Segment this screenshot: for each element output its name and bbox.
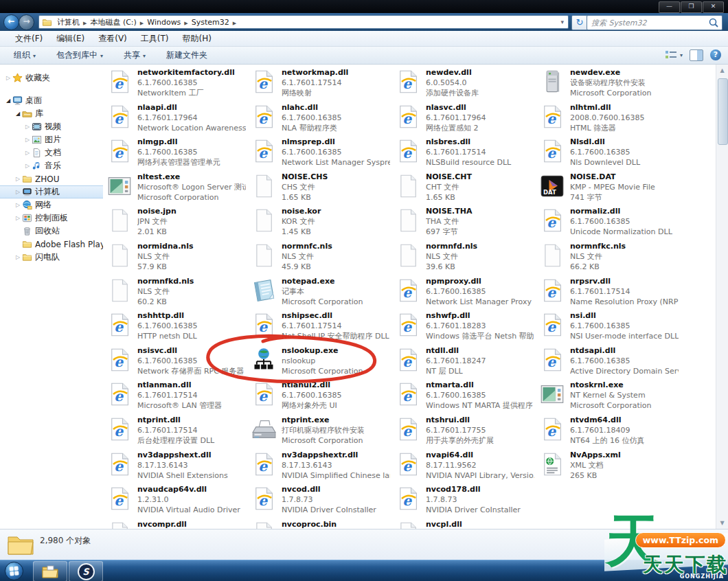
- file-tile-nvcpl.dll[interactable]: nvcpl.dll: [393, 519, 534, 529]
- file-tile-noise.jpn[interactable]: noise.jpnJPN 文件2.01 KB: [104, 206, 246, 239]
- start-orb-icon[interactable]: [5, 562, 23, 580]
- expand-arrow-icon[interactable]: ▷: [23, 163, 32, 169]
- file-tile-notepad.exe[interactable]: notepad.exe记事本Microsoft Corporation: [249, 276, 390, 309]
- breadcrumb-separator-icon[interactable]: ▶: [231, 21, 238, 26]
- file-tile-ntoskrnl.exe[interactable]: ntoskrnl.exeNT Kernel & SystemMicrosoft …: [537, 380, 679, 413]
- file-tile-nvaudcap64v.dll[interactable]: envaudcap64v.dll1.2.31.0NVIDIA Virtual A…: [104, 484, 246, 517]
- file-tile-NOISE.CHS[interactable]: NOISE.CHSCHS 文件1.65 KB: [249, 172, 390, 205]
- include-in-library-button[interactable]: 包含到库中▾: [51, 48, 109, 62]
- expand-arrow-icon[interactable]: ▷: [4, 75, 12, 81]
- organize-button[interactable]: 组织▾: [8, 48, 41, 62]
- file-tile-ntprint.exe[interactable]: ntprint.exe打印机驱动程序软件安装Microsoft Corporat…: [249, 415, 390, 448]
- file-tile-ntdsapi.dll[interactable]: entdsapi.dll6.1.7600.16385Active Directo…: [537, 345, 679, 378]
- file-tile-normnfc.nls[interactable]: normnfc.nlsNLS 文件45.9 KB: [249, 241, 390, 274]
- file-tile-nshipsec.dll[interactable]: enshipsec.dll6.1.7601.17514Net Shell IP …: [249, 310, 390, 343]
- menu-item[interactable]: 帮助(H): [177, 32, 217, 46]
- file-tile-nlmgp.dll[interactable]: enlmgp.dll6.1.7600.16385网络列表管理器管理单元: [104, 137, 246, 170]
- file-tile-nvcod178.dll[interactable]: envcod178.dll1.7.8.73NVIDIA Driver CoIns…: [393, 484, 534, 517]
- expand-arrow-icon[interactable]: ▷: [23, 137, 32, 143]
- help-button[interactable]: ?: [710, 49, 721, 60]
- file-tile-NOISE.DAT[interactable]: DATNOISE.DATKMP - MPEG Movie File741 字节: [537, 172, 679, 205]
- file-tile-normnfkc.nls[interactable]: normnfkc.nlsNLS 文件66.2 KB: [537, 241, 679, 274]
- back-button[interactable]: ←: [3, 14, 19, 30]
- sidebar-item-闪电队[interactable]: ▷闪电队: [0, 251, 103, 264]
- file-tile-ntmarta.dll[interactable]: entmarta.dll6.1.7600.16385Windows NT MAR…: [393, 380, 534, 413]
- sidebar-item-桌面[interactable]: ◢桌面: [0, 94, 103, 107]
- sidebar-item-图片[interactable]: ▷图片: [0, 133, 103, 146]
- file-tile-normnfd.nls[interactable]: normnfd.nlsNLS 文件39.6 KB: [393, 241, 534, 274]
- file-tile-nlmsprep.dll[interactable]: enlmsprep.dll6.1.7600.16385Network List …: [249, 137, 390, 170]
- chevron-down-icon[interactable]: ▾: [556, 19, 568, 25]
- explorer-taskbar-button[interactable]: [33, 561, 67, 581]
- file-tile-nv3dappshextr.dll[interactable]: env3dappshextr.dll8.17.13.6143NVIDIA Sim…: [249, 450, 390, 483]
- forward-button[interactable]: →: [19, 14, 34, 30]
- breadcrumb-separator-icon[interactable]: ▶: [139, 21, 145, 26]
- file-tile-nv3dappshext.dll[interactable]: env3dappshext.dll8.17.13.6143NVIDIA Shel…: [104, 450, 246, 483]
- sidebar-item-ZHOU[interactable]: ▷ZHOU: [0, 172, 103, 185]
- collapse-arrow-icon[interactable]: ◢: [4, 98, 12, 104]
- file-tile-ntprint.dll[interactable]: entprint.dll6.1.7601.17514后台处理程序设置 DLL: [104, 415, 246, 448]
- scroll-down-icon[interactable]: ▼: [716, 517, 728, 529]
- maximize-icon[interactable]: ❐: [681, 1, 702, 13]
- file-tile-nlsbres.dll[interactable]: enlsbres.dll6.1.7601.17514NLSBuild resou…: [393, 137, 534, 170]
- vertical-scrollbar[interactable]: ▲ ▼: [716, 65, 728, 529]
- file-tile-nlhtml.dll[interactable]: enlhtml.dll2008.0.7600.16385HTML 筛选器: [537, 102, 679, 135]
- file-tile-normidna.nls[interactable]: normidna.nlsNLS 文件57.9 KB: [104, 241, 246, 274]
- file-tile-nsisvc.dll[interactable]: ensisvc.dll6.1.7600.16385Network 存储界面 RP…: [104, 345, 246, 378]
- preview-pane-button[interactable]: [690, 49, 703, 61]
- change-view-button[interactable]: ▾: [665, 49, 683, 61]
- file-tile-newdev.exe[interactable]: newdev.exe设备驱动程序软件安装Microsoft Corporatio…: [537, 67, 679, 100]
- file-tile-nltest.exe[interactable]: nltest.exeMicrosoft® Logon Server 测试...M…: [104, 172, 246, 205]
- file-tile-ntshrui.dll[interactable]: entshrui.dll6.1.7601.17755用于共享的外壳扩展: [393, 415, 534, 448]
- file-tile-networkitemfactory.dll[interactable]: enetworkitemfactory.dll6.1.7600.16385Net…: [104, 67, 246, 100]
- file-tile-nvcoproc.bin[interactable]: nvcoproc.bin: [249, 519, 390, 529]
- file-tile-nrpsrv.dll[interactable]: enrpsrv.dll6.1.7601.17514Name Resolution…: [537, 276, 679, 309]
- new-folder-button[interactable]: 新建文件夹: [161, 48, 213, 62]
- file-tile-normnfkd.nls[interactable]: normnfkd.nlsNLS 文件60.2 KB: [104, 276, 246, 309]
- scroll-up-icon[interactable]: ▲: [716, 65, 728, 76]
- collapse-arrow-icon[interactable]: ◢: [14, 111, 22, 117]
- sidebar-item-视频[interactable]: ▷视频: [0, 120, 103, 133]
- file-tile-ntdll.dll[interactable]: entdll.dll6.1.7601.18247NT 层 DLL: [393, 345, 534, 378]
- sidebar-item-音乐[interactable]: ▷音乐: [0, 159, 103, 172]
- expand-arrow-icon[interactable]: ▷: [14, 176, 22, 182]
- expand-arrow-icon[interactable]: ▷: [14, 254, 22, 260]
- sidebar-item-收藏夹[interactable]: ▷收藏夹: [0, 71, 103, 84]
- file-tile-ntlanman.dll[interactable]: entlanman.dll6.1.7601.17514Microsoft® LA…: [104, 380, 246, 413]
- sogou-taskbar-button[interactable]: S: [69, 561, 103, 581]
- breadcrumb-segment[interactable]: Windows: [145, 18, 183, 27]
- sidebar-item-文档[interactable]: ▷文档: [0, 146, 103, 159]
- file-tile-NvApps.xml[interactable]: NvApps.xmlXML 文档265 KB: [537, 450, 679, 483]
- file-tile-Nlsdl.dll[interactable]: eNlsdl.dll6.1.7600.16385Nls Downlevel DL…: [537, 137, 679, 170]
- close-icon[interactable]: ✕: [703, 1, 724, 13]
- file-tile-nlasvc.dll[interactable]: enlasvc.dll6.1.7601.17964网络位置感知 2: [393, 102, 534, 135]
- file-tile-npmproxy.dll[interactable]: enpmproxy.dll6.1.7600.16385Network List …: [393, 276, 534, 309]
- expand-arrow-icon[interactable]: ▷: [14, 202, 22, 208]
- breadcrumb[interactable]: 计算机▶本地磁盘 (C:)▶Windows▶System32▶ ▾: [38, 15, 569, 29]
- menu-item[interactable]: 查看(V): [93, 32, 133, 46]
- sidebar-item-回收站[interactable]: 回收站: [0, 225, 103, 238]
- sidebar-item-控制面板[interactable]: ▷控制面板: [0, 212, 103, 225]
- breadcrumb-segment[interactable]: 本地磁盘 (C:): [88, 18, 138, 27]
- file-tile-newdev.dll[interactable]: enewdev.dll6.0.5054.0添加硬件设备库: [393, 67, 534, 100]
- menu-item[interactable]: 文件(F): [10, 32, 48, 46]
- file-tile-normaliz.dll[interactable]: enormaliz.dll6.1.7600.16385Unicode Norma…: [537, 206, 679, 239]
- minimize-icon[interactable]: —: [659, 1, 680, 13]
- sidebar-item-Adobe Flash Playe[interactable]: Adobe Flash Playe: [0, 238, 103, 251]
- sidebar-item-计算机[interactable]: ▷计算机: [0, 185, 103, 198]
- expand-arrow-icon[interactable]: ▷: [23, 150, 32, 156]
- menu-item[interactable]: 工具(T): [135, 32, 174, 46]
- search-input[interactable]: [587, 19, 708, 27]
- sidebar-item-网络[interactable]: ▷网络: [0, 198, 103, 212]
- menu-item[interactable]: 编辑(E): [51, 32, 90, 46]
- file-tile-nslookup.exe[interactable]: nslookup.exenslookupMicrosoft Corporatio…: [249, 345, 390, 378]
- scrollbar-thumb[interactable]: [718, 78, 728, 145]
- expand-arrow-icon[interactable]: ▷: [14, 189, 22, 195]
- file-tile-ntlanui2.dll[interactable]: entlanui2.dll6.1.7600.16385网络对象外壳 UI: [249, 380, 390, 413]
- breadcrumb-segment[interactable]: System32: [190, 18, 231, 27]
- share-button[interactable]: 共享▾: [118, 48, 151, 62]
- file-tile-nlahc.dll[interactable]: enlahc.dll6.1.7600.16385NLA 帮助程序类: [249, 102, 390, 135]
- file-tile-NOISE.THA[interactable]: NOISE.THATHA 文件697 字节: [393, 206, 534, 239]
- file-tile-NOISE.CHT[interactable]: NOISE.CHTCHT 文件1.65 KB: [393, 172, 534, 205]
- breadcrumb-segment[interactable]: 计算机: [55, 18, 82, 27]
